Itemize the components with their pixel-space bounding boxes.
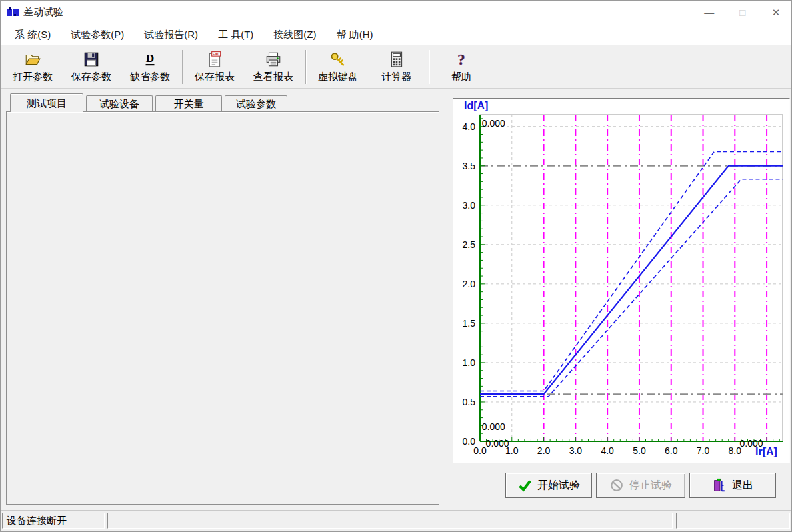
save-report-icon: EXL xyxy=(206,51,223,70)
toolbar-button-label: 帮助 xyxy=(451,71,471,83)
svg-text:?: ? xyxy=(457,51,465,68)
close-button[interactable]: ✕ xyxy=(761,1,791,25)
toolbar-separator xyxy=(182,50,183,84)
status-panel-1: 设备连接断开 xyxy=(2,513,105,529)
toolbar-button-label: 保存参数 xyxy=(71,71,111,83)
y-tick-label: 3.5 xyxy=(463,161,476,171)
y-tick-label: 4.0 xyxy=(463,121,476,132)
save-floppy-icon xyxy=(83,51,100,70)
toolbar-button-save-report[interactable]: EXL保存报表 xyxy=(185,46,244,88)
toolbar-button-label: 打开参数 xyxy=(13,71,53,83)
exit-icon xyxy=(712,478,727,493)
toolbar: 打开参数保存参数D缺省参数EXL保存报表查看报表虚拟键盘计算器?帮助 xyxy=(1,46,791,89)
y-tick-label: 0.5 xyxy=(463,397,476,407)
action-button-label: 开始试验 xyxy=(537,479,580,493)
toolbar-button-label: 保存报表 xyxy=(195,71,235,83)
y-tick-label: 2.5 xyxy=(463,239,476,250)
titlebar: 差动试验 — □ ✕ xyxy=(1,1,791,25)
tab-page-test-items xyxy=(6,111,439,505)
x-axis-label: Ir[A] xyxy=(755,446,777,457)
menu-item-2[interactable]: 试验参数(P) xyxy=(61,25,134,45)
maximize-button[interactable]: □ xyxy=(727,1,758,25)
plot-border xyxy=(480,115,783,441)
menu-bar: 系 统(S)试验参数(P)试验报告(R)工 具(T)接线图(Z)帮 助(H) xyxy=(1,25,791,45)
default-params-icon: D xyxy=(141,51,159,70)
x-tick-label: 0.0 xyxy=(473,445,487,456)
x-tick-label: 6.0 xyxy=(665,445,678,456)
toolbar-button-label: 查看报表 xyxy=(253,71,293,83)
menu-item-5[interactable]: 接线图(Z) xyxy=(263,25,326,45)
annotation-value: 0.000 xyxy=(486,438,509,449)
window-title: 差动试验 xyxy=(23,6,63,19)
minimize-button[interactable]: — xyxy=(694,1,725,25)
action-button-2[interactable]: 停止试验 xyxy=(596,473,685,498)
toolbar-button-calculator[interactable]: 计算器 xyxy=(367,46,426,88)
menu-item-4[interactable]: 工 具(T) xyxy=(208,25,263,45)
help-icon: ? xyxy=(453,51,470,70)
tab-2[interactable]: 试验设备 xyxy=(86,95,153,112)
toolbar-button-virtual-keyboard[interactable]: 虚拟键盘 xyxy=(309,46,367,88)
open-folder-icon xyxy=(24,51,41,70)
tab-3[interactable]: 开关量 xyxy=(155,95,222,112)
toolbar-button-help[interactable]: ?帮助 xyxy=(432,46,491,88)
virtual-keyboard-icon xyxy=(329,51,347,70)
x-tick-label: 2.0 xyxy=(537,445,551,456)
action-button-label: 停止试验 xyxy=(629,479,672,493)
y-tick-label: 1.0 xyxy=(463,357,476,368)
menu-item-1[interactable]: 系 统(S) xyxy=(5,25,61,45)
toolbar-button-default-params[interactable]: D缺省参数 xyxy=(121,46,179,88)
boundary-chart: 0.00.51.01.52.02.53.03.54.00.01.02.03.04… xyxy=(453,99,789,463)
start-check-icon xyxy=(517,478,532,493)
toolbar-button-label: 计算器 xyxy=(382,71,412,83)
view-report-icon xyxy=(265,51,282,70)
action-button-1[interactable]: 开始试验 xyxy=(505,473,592,498)
toolbar-button-label: 虚拟键盘 xyxy=(318,71,358,83)
x-tick-label: 4.0 xyxy=(601,445,614,456)
toolbar-separator xyxy=(429,50,429,84)
annotation-value: 0.000 xyxy=(482,118,505,129)
y-tick-label: 3.0 xyxy=(463,200,476,211)
svg-text:D: D xyxy=(146,52,155,65)
y-tick-label: 1.5 xyxy=(463,318,476,329)
menu-item-3[interactable]: 试验报告(R) xyxy=(134,25,208,45)
svg-text:EXL: EXL xyxy=(213,52,220,56)
tab-1[interactable]: 测试项目 xyxy=(10,93,83,112)
toolbar-button-view-report[interactable]: 查看报表 xyxy=(244,46,303,88)
toolbar-separator xyxy=(305,50,306,84)
window-controls: — □ ✕ xyxy=(694,1,791,25)
status-panel-2 xyxy=(107,513,673,529)
action-button-3[interactable]: 退出 xyxy=(689,473,776,498)
y-tick-label: 2.0 xyxy=(463,279,476,289)
app-window: 差动试验 — □ ✕ 系 统(S)试验参数(P)试验报告(R)工 具(T)接线图… xyxy=(0,0,792,532)
menu-item-6[interactable]: 帮 助(H) xyxy=(326,25,383,45)
x-tick-label: 7.0 xyxy=(697,445,710,456)
toolbar-button-save-floppy[interactable]: 保存参数 xyxy=(62,46,121,88)
action-button-label: 退出 xyxy=(732,479,753,493)
chart-panel: 0.00.51.01.52.02.53.03.54.00.01.02.03.04… xyxy=(453,98,790,463)
status-bar: 设备连接断开 xyxy=(1,510,791,532)
annotation-value: 0.000 xyxy=(482,421,505,432)
stop-icon xyxy=(609,478,624,493)
toolbar-button-label: 缺省参数 xyxy=(130,71,170,83)
status-panel-3 xyxy=(676,513,790,529)
tab-4[interactable]: 试验参数 xyxy=(225,95,287,112)
x-tick-label: 3.0 xyxy=(569,445,583,456)
calculator-icon xyxy=(388,51,405,70)
app-icon xyxy=(6,6,19,19)
x-tick-label: 5.0 xyxy=(633,445,646,456)
y-axis-label: Id[A] xyxy=(464,100,488,111)
toolbar-button-open-folder[interactable]: 打开参数 xyxy=(3,46,62,88)
